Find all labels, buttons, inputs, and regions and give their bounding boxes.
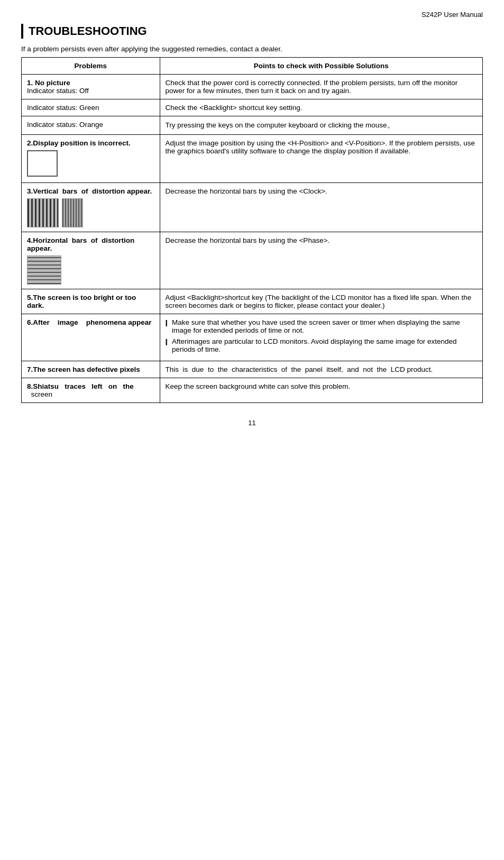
problem-cell: 6.After image phenomena appear: [22, 314, 160, 361]
problem-cell: 3.Vertical bars of distortion appear.: [22, 183, 160, 232]
manual-title: S242P User Manual: [421, 11, 483, 19]
solution-cell: Check the <Backlight> shortcut key setti…: [160, 99, 482, 116]
problem-bold: 6.After image phenomena appear: [27, 318, 152, 326]
problem-bold: 8.Shiatsu traces left on the: [27, 382, 154, 390]
bullet-list: l Make sure that whether you have used t…: [166, 318, 477, 353]
page-header: S242P User Manual: [21, 11, 483, 19]
section-heading: TROUBLESHOOTING: [21, 24, 483, 39]
problem-subtext: Indicator status: Off: [27, 87, 154, 95]
solution-cell: Adjust the image position by using the <…: [160, 135, 482, 183]
table-row: Indicator status: Orange Try pressing th…: [22, 116, 483, 135]
thumbnail-group: [27, 198, 154, 227]
table-row: 6.After image phenomena appear l Make su…: [22, 314, 483, 361]
intro-text: If a problem persists even after applyin…: [21, 45, 483, 53]
problem-bold: 4.Horizontal bars of distortion appear.: [27, 236, 154, 252]
problem-bold: 3.Vertical bars of distortion appear.: [27, 187, 154, 195]
list-item: l Make sure that whether you have used t…: [166, 318, 477, 334]
problem-cell: 1. No picture Indicator status: Off: [22, 75, 160, 99]
solution-cell: Decrease the horizontal bars by using th…: [160, 232, 482, 289]
table-row: 1. No picture Indicator status: Off Chec…: [22, 75, 483, 99]
table-row: 2.Display position is incorrect. Adjust …: [22, 135, 483, 183]
col-solutions-header: Points to check with Possible Solutions: [160, 58, 482, 75]
solution-cell: This is due to the characteristics of th…: [160, 361, 482, 378]
problem-cell: Indicator status: Green: [22, 99, 160, 116]
page-number: 11: [21, 419, 483, 427]
table-row: 8.Shiatsu traces left on the screen Keep…: [22, 378, 483, 403]
solution-cell: l Make sure that whether you have used t…: [160, 314, 482, 361]
bullet-text: Make sure that whether you have used the…: [172, 318, 477, 334]
troubleshooting-table: Problems Points to check with Possible S…: [21, 57, 483, 403]
list-item: l Afterimages are particular to LCD moni…: [166, 337, 477, 353]
problem-cell: Indicator status: Orange: [22, 116, 160, 135]
problem-cell: 4.Horizontal bars of distortion appear.: [22, 232, 160, 289]
solution-cell: Adjust <Backlight>shortcut key (The back…: [160, 289, 482, 314]
problem-subtext: screen: [27, 390, 154, 398]
table-row: 7.The screen has defective pixels This i…: [22, 361, 483, 378]
problem-cell: 7.The screen has defective pixels: [22, 361, 160, 378]
thumbnail-vert2: [62, 198, 83, 227]
solution-text: Check that the power cord is correctly c…: [166, 79, 458, 95]
problem-text-bold: 1. No picture: [27, 79, 154, 87]
problem-cell: 2.Display position is incorrect.: [22, 135, 160, 183]
solution-cell: Keep the screen background white can sol…: [160, 378, 482, 403]
thumbnail-vert: [27, 198, 59, 227]
solution-cell: Decrease the horizontal bars by using th…: [160, 183, 482, 232]
table-row: Indicator status: Green Check the <Backl…: [22, 99, 483, 116]
bullet-icon: l: [166, 337, 168, 347]
thumbnail-horiz: [27, 255, 154, 285]
thumbnail-rect: [27, 150, 58, 177]
solution-cell: Check that the power cord is correctly c…: [160, 75, 482, 99]
col-problems-header: Problems: [22, 58, 160, 75]
section-bar-icon: [21, 24, 23, 39]
problem-bold: 5.The screen is too bright or too dark.: [27, 294, 136, 309]
section-title-text: TROUBLESHOOTING: [29, 24, 147, 38]
table-row: 3.Vertical bars of distortion appear. De…: [22, 183, 483, 232]
problem-cell: 5.The screen is too bright or too dark.: [22, 289, 160, 314]
table-row: 5.The screen is too bright or too dark. …: [22, 289, 483, 314]
problem-bold: 7.The screen has defective pixels: [27, 365, 140, 373]
solution-cell: Try pressing the keys on the computer ke…: [160, 116, 482, 135]
bullet-text: Afterimages are particular to LCD monito…: [172, 337, 477, 353]
problem-cell: 8.Shiatsu traces left on the screen: [22, 378, 160, 403]
problem-bold: 2.Display position is incorrect.: [27, 139, 154, 147]
bullet-icon: l: [166, 318, 168, 328]
table-row: 4.Horizontal bars of distortion appear. …: [22, 232, 483, 289]
